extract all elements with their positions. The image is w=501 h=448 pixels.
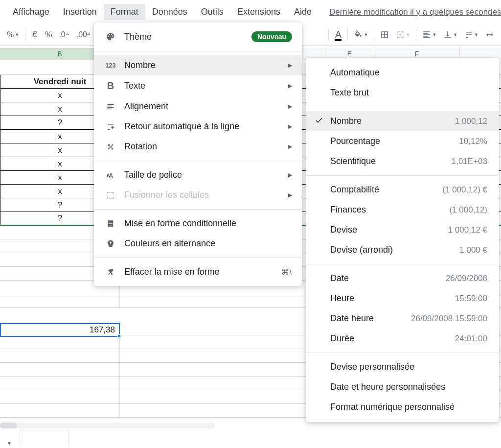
menu-item-alignment[interactable]: Alignement ▶ — [94, 96, 302, 117]
menu-item-wrap[interactable]: Retour automatique à la ligne ▶ — [94, 117, 302, 137]
format-number[interactable]: Nombre 1 000,12 — [306, 111, 499, 131]
wrap-icon — [104, 122, 117, 131]
menu-affichage[interactable]: Affichage — [6, 4, 56, 20]
format-currency[interactable]: Devise1 000,12 € — [306, 220, 499, 240]
format-custom-datetime[interactable]: Date et heure personnalisées — [306, 377, 499, 397]
chevron-right-icon: ▶ — [288, 83, 292, 89]
horizontal-scrollbar[interactable] — [0, 423, 215, 428]
align-icon — [104, 102, 117, 111]
number-format-submenu: Automatique Texte brut Nombre 1 000,12 P… — [306, 58, 499, 422]
palette-icon — [104, 32, 117, 42]
menu-separator — [94, 258, 302, 258]
horizontal-align-button[interactable]: ▼ — [419, 27, 439, 42]
fill-handle[interactable] — [117, 334, 121, 338]
chevron-right-icon: ▶ — [288, 62, 292, 69]
shortcut-label: ⌘\ — [281, 267, 292, 277]
text-wrap-button[interactable]: ▼ — [461, 27, 481, 42]
menu-item-merge: Fusionner les cellules ▶ — [94, 185, 302, 205]
increase-decimal-button[interactable]: .00 — [73, 27, 94, 42]
format-currency-rounded[interactable]: Devise (arrondi)1 000 € — [306, 240, 499, 260]
bold-icon: B — [104, 80, 117, 92]
fill-color-button[interactable]: ▼ — [351, 27, 371, 42]
chevron-right-icon: ▶ — [288, 103, 292, 110]
menu-separator — [306, 264, 499, 264]
format-custom-currency[interactable]: Devise personnalisée — [306, 357, 499, 377]
new-badge: Nouveau — [251, 31, 292, 42]
menubar: Affichage Insertion Format Données Outil… — [0, 0, 501, 24]
format-datetime[interactable]: Date heure26/09/2008 15:59:00 — [306, 308, 499, 329]
format-duration[interactable]: Durée24:01:00 — [306, 329, 499, 349]
rotation-icon — [104, 142, 117, 151]
menu-separator — [306, 175, 499, 176]
menu-item-conditional-format[interactable]: Mise en forme conditionnelle — [94, 213, 302, 234]
percent-button[interactable]: % — [42, 27, 55, 42]
menu-separator — [94, 161, 302, 161]
clear-format-icon — [104, 268, 117, 277]
format-time[interactable]: Heure15:59:00 — [306, 288, 499, 308]
format-percentage[interactable]: Pourcentage10,12% — [306, 131, 499, 151]
selected-cell-value: 167,38 — [90, 325, 115, 335]
vertical-align-button[interactable]: ▼ — [440, 27, 460, 42]
menu-item-alternating-colors[interactable]: Couleurs en alternance — [94, 234, 302, 254]
menu-item-clear-format[interactable]: Effacer la mise en forme ⌘\ — [94, 262, 302, 282]
menu-outils[interactable]: Outils — [194, 4, 230, 20]
menu-aide[interactable]: Aide — [287, 4, 319, 20]
menu-insertion[interactable]: Insertion — [56, 4, 104, 20]
alternating-colors-icon — [104, 239, 117, 248]
format-finance[interactable]: Finances(1 000,12) — [306, 200, 499, 220]
menu-extensions[interactable]: Extensions — [230, 4, 287, 20]
borders-button[interactable] — [377, 27, 392, 42]
text-rotation-button[interactable] — [482, 27, 497, 42]
menu-donnees[interactable]: Données — [145, 4, 194, 20]
sheet-tab[interactable] — [20, 430, 68, 447]
check-icon — [315, 116, 323, 127]
menu-item-fontsize[interactable]: Taille de police ▶ — [94, 165, 302, 185]
toolbar-sep — [347, 29, 348, 41]
format-automatic[interactable]: Automatique — [306, 63, 499, 83]
format-plain-text[interactable]: Texte brut — [306, 83, 499, 103]
merge-icon — [104, 191, 117, 200]
menu-separator — [94, 209, 302, 210]
toolbar-sep — [416, 29, 416, 41]
menu-item-rotation[interactable]: Rotation ▶ — [94, 137, 302, 157]
format-custom-number[interactable]: Format numérique personnalisé — [306, 397, 499, 417]
percent-format-dropdown[interactable]: %▼ — [4, 27, 22, 42]
format-dropdown-menu: Thème Nouveau 123 Nombre ▶ B Texte ▶ Ali… — [94, 23, 302, 286]
menu-separator — [306, 107, 499, 107]
chevron-right-icon: ▶ — [288, 123, 292, 130]
toolbar-sep — [328, 29, 329, 41]
currency-button[interactable]: € — [28, 27, 41, 42]
selected-cell[interactable]: 167,38 — [0, 323, 120, 337]
merge-cells-button[interactable]: ▼ — [393, 27, 413, 42]
toolbar-sep — [374, 29, 374, 41]
chevron-right-icon: ▶ — [288, 192, 292, 198]
format-date[interactable]: Date26/09/2008 — [306, 268, 499, 288]
menu-format[interactable]: Format — [104, 4, 145, 20]
menu-separator — [94, 51, 302, 51]
scrollbar-thumb[interactable] — [0, 423, 17, 428]
menu-item-theme[interactable]: Thème Nouveau — [94, 26, 302, 47]
number-icon: 123 — [104, 62, 117, 69]
sheet-menu-caret[interactable]: ▼ — [7, 441, 12, 446]
menu-item-number[interactable]: 123 Nombre ▶ — [94, 55, 302, 75]
last-modified-link[interactable]: Dernière modification il y a quelques se… — [329, 7, 501, 17]
format-scientific[interactable]: Scientifique1,01E+03 — [306, 151, 499, 171]
format-accounting[interactable]: Comptabilité(1 000,12) € — [306, 180, 499, 200]
toolbar-sep — [25, 29, 25, 41]
text-color-button[interactable]: A — [332, 27, 344, 42]
sheet-tab-bar: ▼ — [0, 428, 501, 448]
chevron-right-icon: ▶ — [288, 143, 292, 150]
menu-item-text[interactable]: B Texte ▶ — [94, 75, 302, 96]
chevron-right-icon: ▶ — [288, 172, 292, 178]
decrease-decimal-button[interactable]: .0 — [56, 27, 72, 42]
menu-separator — [306, 353, 499, 353]
fontsize-icon — [104, 170, 117, 180]
conditional-format-icon — [104, 219, 117, 228]
